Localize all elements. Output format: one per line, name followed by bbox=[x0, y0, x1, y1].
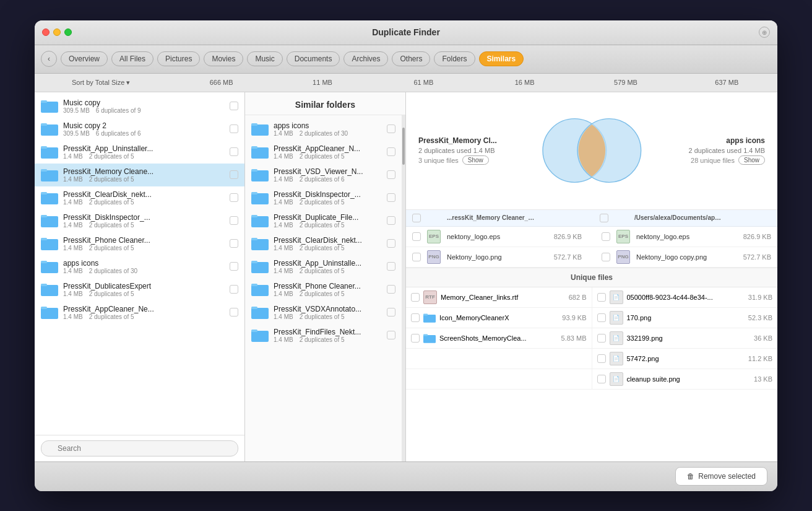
left-folder-check-8[interactable] bbox=[230, 285, 238, 294]
left-folder-item-3[interactable]: PressKit_Memory Cleane... 1.4 MB 2 dupli… bbox=[35, 164, 244, 186]
remove-label: Remove selected bbox=[698, 472, 756, 481]
mid-folder-item-1[interactable]: PressKit_AppCleaner_N... 1.4 MB 2 duplic… bbox=[245, 141, 402, 164]
tab-all-files[interactable]: All Files bbox=[111, 51, 153, 66]
left-folder-item-6[interactable]: PressKit_Phone Cleaner... 1.4 MB 2 dupli… bbox=[35, 232, 244, 255]
dup-file-check-left-0[interactable] bbox=[412, 232, 421, 241]
size-col-4: 16 MB bbox=[474, 79, 575, 86]
unique-right-check-2[interactable] bbox=[597, 334, 606, 343]
left-folder-check-5[interactable] bbox=[230, 216, 238, 225]
left-folder-check-3[interactable] bbox=[230, 170, 238, 179]
tab-documents[interactable]: Documents bbox=[287, 51, 340, 66]
left-folder-check-0[interactable] bbox=[230, 102, 238, 110]
venn-right-show-button[interactable]: Show bbox=[738, 155, 765, 165]
unique-left-check-1[interactable] bbox=[411, 313, 420, 322]
mid-folder-check-0[interactable] bbox=[387, 124, 395, 133]
unique-right-check-0[interactable] bbox=[597, 293, 606, 302]
venn-area: PressKit_Memory Cl... 2 duplicates used … bbox=[406, 92, 777, 210]
dup-file-check-right-0[interactable] bbox=[602, 232, 610, 241]
tab-folders[interactable]: Folders bbox=[434, 51, 475, 66]
left-folder-item-8[interactable]: PressKit_DublicatesExpert 1.4 MB 2 dupli… bbox=[35, 278, 244, 301]
unique-right-check-4[interactable] bbox=[597, 375, 606, 383]
dup-file-check-right-1[interactable] bbox=[602, 253, 610, 261]
left-folder-dups-6: 2 duplicates of 5 bbox=[89, 245, 134, 251]
mid-folder-check-6[interactable] bbox=[387, 262, 395, 271]
back-button[interactable]: ‹ bbox=[41, 51, 57, 67]
svg-rect-0 bbox=[41, 102, 58, 113]
left-folder-check-7[interactable] bbox=[230, 262, 238, 271]
search-input[interactable] bbox=[41, 440, 238, 456]
svg-rect-29 bbox=[251, 215, 257, 217]
mid-folder-check-1[interactable] bbox=[387, 147, 395, 156]
left-folder-check-4[interactable] bbox=[230, 193, 238, 202]
mid-folder-size-9: 1.4 MB bbox=[274, 336, 293, 343]
svg-rect-24 bbox=[251, 170, 269, 181]
left-folder-check-2[interactable] bbox=[230, 147, 238, 156]
mid-folder-item-9[interactable]: PressKit_FindFiles_Nekt... 1.4 MB 2 dupl… bbox=[245, 324, 402, 347]
left-folder-check-1[interactable] bbox=[230, 124, 238, 133]
dup-file-check-left-1[interactable] bbox=[412, 253, 421, 261]
mid-folder-check-2[interactable] bbox=[387, 170, 395, 179]
left-folder-item-7[interactable]: apps icons 1.4 MB 2 duplicates of 30 bbox=[35, 255, 244, 278]
tab-others[interactable]: Others bbox=[392, 51, 430, 66]
left-folder-item-5[interactable]: PressKit_DiskInspector_... 1.4 MB 2 dupl… bbox=[35, 209, 244, 232]
svg-rect-2 bbox=[41, 124, 58, 136]
remove-selected-button[interactable]: 🗑 Remove selected bbox=[675, 467, 767, 486]
mid-panel-title: Similar folders bbox=[245, 92, 405, 115]
left-folder-size-0: 309.5 MB bbox=[63, 107, 90, 114]
unique-left-name-1: Icon_MemoryCleanerX bbox=[439, 314, 556, 321]
venn-left-info: PressKit_Memory Cl... 2 duplicates used … bbox=[418, 136, 534, 165]
mid-folder-item-6[interactable]: PressKit_App_Uninstalle... 1.4 MB 2 dupl… bbox=[245, 255, 402, 278]
dup-files-rows: EPS nektony_logo.eps 826.9 KB EPS nekton… bbox=[406, 227, 777, 268]
size-col-1: 666 MB bbox=[171, 79, 272, 86]
mid-folder-item-0[interactable]: apps icons 1.4 MB 2 duplicates of 30 bbox=[245, 118, 402, 141]
unique-left-size-1: 93.9 KB bbox=[562, 314, 586, 321]
left-folder-size-4: 1.4 MB bbox=[63, 199, 83, 206]
left-folder-check-9[interactable] bbox=[230, 308, 238, 317]
mid-folder-check-5[interactable] bbox=[387, 239, 395, 248]
rss-icon[interactable]: ⊕ bbox=[759, 27, 770, 38]
unique-left-check-0[interactable] bbox=[411, 293, 420, 302]
left-folder-item-2[interactable]: PressKit_App_Uninstaller... 1.4 MB 2 dup… bbox=[35, 141, 244, 164]
mid-folder-item-8[interactable]: PressKit_VSDXAnnotato... 1.4 MB 2 duplic… bbox=[245, 301, 402, 324]
dup-header-check-left[interactable] bbox=[412, 214, 421, 222]
mid-folder-item-5[interactable]: PressKit_ClearDisk_nekt... 1.4 MB 2 dupl… bbox=[245, 232, 402, 255]
venn-right-dups: 2 duplicates used 1.4 MB bbox=[649, 147, 765, 154]
minimize-button[interactable] bbox=[53, 28, 61, 36]
unique-pair-row-2: ScreenShots_MemoryClea... 5.83 MB 📄 3321… bbox=[406, 328, 777, 349]
left-panel: Music copy 309.5 MB 6 duplicates of 9 Mu… bbox=[35, 92, 245, 461]
unique-left-check-2[interactable] bbox=[411, 334, 420, 343]
left-folder-item-9[interactable]: PressKit_AppCleaner_Ne... 1.4 MB 2 dupli… bbox=[35, 301, 244, 324]
left-folder-check-6[interactable] bbox=[230, 239, 238, 248]
unique-right-size-3: 11.2 KB bbox=[748, 355, 772, 362]
tab-movies[interactable]: Movies bbox=[204, 51, 243, 66]
tab-archives[interactable]: Archives bbox=[343, 51, 388, 66]
mid-folder-check-9[interactable] bbox=[387, 331, 395, 339]
tab-similars[interactable]: Similars bbox=[479, 51, 524, 66]
mid-folder-item-2[interactable]: PressKit_VSD_Viewer_N... 1.4 MB 2 duplic… bbox=[245, 164, 402, 186]
dup-header-check-right[interactable] bbox=[600, 214, 608, 222]
size-bar: Sort by Total Size ▾ 666 MB 11 MB 61 MB … bbox=[35, 74, 777, 92]
left-folder-item-1[interactable]: Music copy 2 309.5 MB 6 duplicates of 6 bbox=[35, 118, 244, 141]
mid-folder-check-3[interactable] bbox=[387, 193, 395, 202]
maximize-button[interactable] bbox=[64, 28, 72, 36]
unique-right-check-1[interactable] bbox=[597, 313, 606, 322]
sort-label[interactable]: Sort by Total Size ▾ bbox=[72, 79, 171, 87]
mid-folder-name-6: PressKit_App_Uninstalle... bbox=[274, 259, 382, 268]
close-button[interactable] bbox=[42, 28, 50, 36]
mid-folder-item-3[interactable]: PressKit_DiskInspector_... 1.4 MB 2 dupl… bbox=[245, 186, 402, 209]
tab-pictures[interactable]: Pictures bbox=[157, 51, 200, 66]
tab-music[interactable]: Music bbox=[247, 51, 282, 66]
venn-left-show-button[interactable]: Show bbox=[462, 155, 489, 165]
tab-overview[interactable]: Overview bbox=[61, 51, 108, 66]
dup-file-size-left-1: 572.7 KB bbox=[538, 253, 582, 261]
mid-folder-check-4[interactable] bbox=[387, 216, 395, 225]
mid-folder-check-8[interactable] bbox=[387, 308, 395, 317]
left-folder-item-4[interactable]: PressKit_ClearDisk_nekt... 1.4 MB 2 dupl… bbox=[35, 186, 244, 209]
mid-folder-check-7[interactable] bbox=[387, 285, 395, 294]
unique-right-check-3[interactable] bbox=[597, 354, 606, 363]
mid-folder-dups-4: 2 duplicates of 5 bbox=[300, 222, 345, 229]
left-folder-item-0[interactable]: Music copy 309.5 MB 6 duplicates of 9 bbox=[35, 95, 244, 118]
mid-folder-item-4[interactable]: PressKit_Duplicate_File... 1.4 MB 2 dupl… bbox=[245, 209, 402, 232]
mid-folder-item-7[interactable]: PressKit_Phone Cleaner... 1.4 MB 2 dupli… bbox=[245, 278, 402, 301]
unique-left-size-0: 682 B bbox=[569, 294, 587, 301]
